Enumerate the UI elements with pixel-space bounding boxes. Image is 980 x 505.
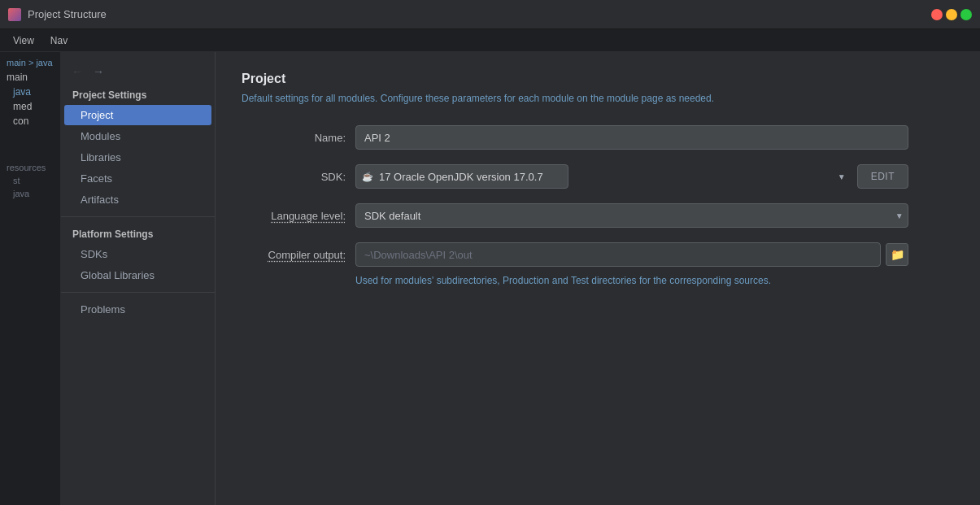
sidebar: ← → Project Settings Project Modules Lib… — [61, 52, 216, 505]
compiler-output-hint: Used for modules' subdirectories, Produc… — [355, 275, 954, 286]
section-title: Project — [242, 72, 954, 86]
back-button[interactable]: ← — [69, 63, 85, 80]
language-level-label: Language level: — [242, 210, 355, 222]
sidebar-item-facets[interactable]: Facets — [64, 168, 211, 189]
sdk-label: SDK: — [242, 171, 355, 183]
nav-back-area: ← → — [61, 59, 215, 85]
nav-divider-2 — [61, 292, 215, 293]
tree-item-med[interactable]: med — [0, 99, 60, 114]
browse-folder-button[interactable]: 📁 — [886, 243, 908, 266]
compiler-output-controls: 📁 — [355, 242, 908, 267]
close-button[interactable] — [931, 9, 943, 20]
file-tree: main > java main java med con resources … — [0, 52, 61, 505]
menu-view[interactable]: View — [7, 33, 41, 48]
sidebar-item-modules[interactable]: Modules — [64, 126, 211, 146]
maximize-button[interactable] — [960, 9, 972, 20]
tree-item-con[interactable]: con — [0, 114, 60, 128]
section-description: Default settings for all modules. Config… — [242, 91, 954, 106]
menu-bar: View Nav — [0, 29, 980, 52]
desc-highlight: all modules — [325, 93, 375, 104]
platform-settings-header: Platform Settings — [61, 224, 215, 243]
sdk-select-inner: 17 Oracle OpenJDK version 17.0.7 ☕ ▾ — [355, 164, 851, 189]
name-label: Name: — [242, 132, 355, 144]
language-level-row: Language level: SDK default ▾ — [242, 203, 954, 228]
name-input[interactable] — [355, 125, 908, 150]
sdk-dropdown-icon: ▾ — [839, 172, 844, 182]
project-settings-header: Project Settings — [61, 85, 215, 104]
menu-nav[interactable]: Nav — [44, 33, 74, 48]
sidebar-item-global-libraries[interactable]: Global Libraries — [64, 265, 211, 285]
folder-icon: 📁 — [891, 248, 904, 261]
sdk-select[interactable]: 17 Oracle OpenJDK version 17.0.7 — [355, 164, 568, 189]
main-area: main > java main java med con resources … — [0, 52, 980, 505]
breadcrumb: main > java — [0, 55, 60, 70]
language-level-select[interactable]: SDK default — [355, 203, 908, 228]
window-title: Project Structure — [28, 8, 107, 20]
dialog: ← → Project Settings Project Modules Lib… — [61, 52, 980, 505]
tree-item-resources[interactable]: resources — [0, 161, 60, 174]
main-panel: Project Default settings for all modules… — [216, 52, 980, 505]
name-row: Name: — [242, 125, 954, 150]
tree-item-java2[interactable]: java — [0, 187, 60, 200]
nav-divider-1 — [61, 216, 215, 217]
sidebar-item-problems[interactable]: Problems — [64, 299, 211, 320]
sidebar-item-artifacts[interactable]: Artifacts — [64, 189, 211, 210]
title-bar: Project Structure — [0, 0, 980, 29]
tree-item-main[interactable]: main — [0, 70, 60, 85]
language-level-wrapper: SDK default ▾ — [355, 203, 908, 228]
compiler-output-row: Compiler output: 📁 — [242, 242, 954, 267]
sidebar-item-libraries[interactable]: Libraries — [64, 147, 211, 168]
sidebar-item-project[interactable]: Project — [64, 105, 211, 125]
window-controls — [931, 9, 972, 20]
edit-sdk-button[interactable]: EDIT — [857, 164, 908, 189]
app-icon — [8, 8, 21, 21]
tree-item-st[interactable]: st — [0, 174, 60, 187]
compiler-output-label: Compiler output: — [242, 249, 355, 261]
sdk-row: SDK: 17 Oracle OpenJDK version 17.0.7 ☕ … — [242, 164, 954, 189]
sdk-select-wrapper: 17 Oracle OpenJDK version 17.0.7 ☕ ▾ — [355, 164, 851, 189]
sidebar-item-sdks[interactable]: SDKs — [64, 244, 211, 264]
forward-button[interactable]: → — [90, 63, 107, 80]
compiler-output-input[interactable] — [355, 242, 881, 267]
minimize-button[interactable] — [946, 9, 957, 20]
sdk-controls: 17 Oracle OpenJDK version 17.0.7 ☕ ▾ EDI… — [355, 164, 908, 189]
tree-item-java1[interactable]: java — [0, 85, 60, 99]
